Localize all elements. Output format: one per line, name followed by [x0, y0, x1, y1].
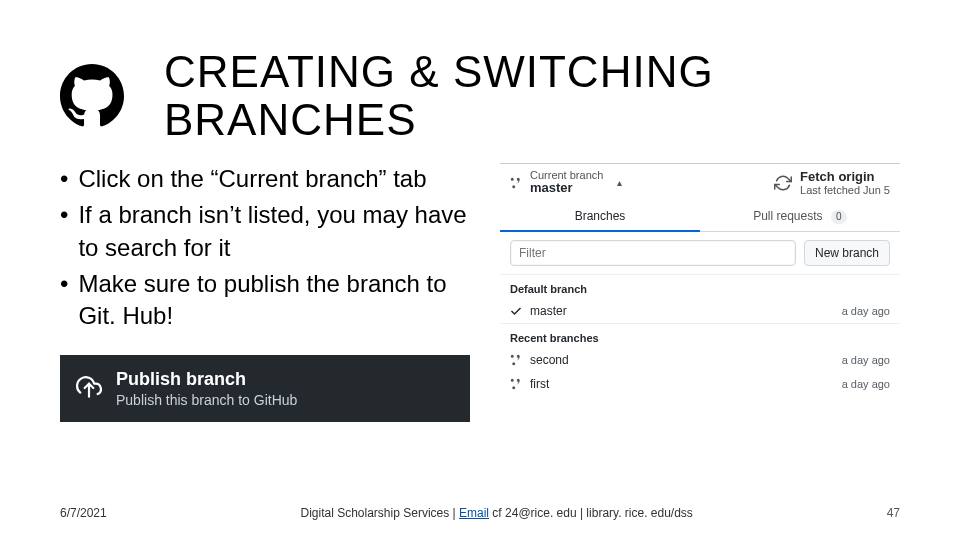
bullet-text: If a branch isn’t listed, you may have t… [78, 199, 470, 264]
publish-panel[interactable]: Publish branch Publish this branch to Gi… [60, 355, 470, 422]
cloud-upload-icon [76, 375, 102, 401]
bullet-dot: • [60, 268, 68, 333]
publish-text: Publish branch Publish this branch to Gi… [116, 369, 297, 408]
slide-footer: 6/7/2021 Digital Scholarship Services | … [60, 506, 900, 520]
branch-icon [510, 354, 522, 366]
branch-icon [510, 378, 522, 390]
refresh-icon [774, 174, 792, 192]
branch-row-recent[interactable]: first a day ago [500, 372, 900, 396]
pr-count-badge: 0 [831, 210, 847, 224]
bullet-dot: • [60, 163, 68, 195]
fetch-title: Fetch origin [800, 170, 890, 185]
branch-row-default[interactable]: master a day ago [500, 299, 900, 324]
footer-date: 6/7/2021 [60, 506, 107, 520]
footer-email-link[interactable]: Email [459, 506, 489, 520]
bullet-dot: • [60, 199, 68, 264]
fetch-origin-button[interactable]: Fetch origin Last fetched Jun 5 [774, 170, 890, 196]
current-branch-name: master [530, 181, 603, 196]
slide: CREATING & SWITCHING BRANCHES • Click on… [0, 0, 960, 540]
tab-branches[interactable]: Branches [500, 202, 700, 231]
publish-title: Publish branch [116, 369, 297, 390]
new-branch-button[interactable]: New branch [804, 240, 890, 266]
filter-input[interactable] [510, 240, 796, 266]
current-branch-button[interactable]: Current branch master ▴ [510, 170, 622, 196]
bullet-item: • Click on the “Current branch” tab [60, 163, 470, 195]
recent-branches-label: Recent branches [500, 324, 900, 348]
tab-pull-requests-label: Pull requests [753, 209, 822, 223]
branch-panel: Current branch master ▴ Fetch origin Las… [500, 163, 900, 422]
branch-name: second [530, 353, 569, 367]
branch-time: a day ago [842, 354, 890, 366]
default-branch-label: Default branch [500, 275, 900, 299]
bullet-text: Make sure to publish the branch to Git. … [78, 268, 470, 333]
footer-text-pre: Digital Scholarship Services | [301, 506, 460, 520]
filter-row: New branch [500, 232, 900, 275]
footer-page-number: 47 [887, 506, 900, 520]
left-column: • Click on the “Current branch” tab • If… [60, 163, 470, 422]
tab-branches-label: Branches [575, 209, 626, 223]
slide-title: CREATING & SWITCHING BRANCHES [164, 48, 900, 145]
caret-up-icon: ▴ [617, 177, 622, 188]
bullet-text: Click on the “Current branch” tab [78, 163, 426, 195]
branch-icon [510, 177, 522, 189]
slide-body: • Click on the “Current branch” tab • If… [60, 163, 900, 422]
bullet-item: • Make sure to publish the branch to Git… [60, 268, 470, 333]
github-icon [60, 64, 124, 128]
fetch-subtitle: Last fetched Jun 5 [800, 185, 890, 196]
check-icon [510, 305, 522, 317]
panel-tabs: Branches Pull requests 0 [500, 202, 900, 232]
branch-time: a day ago [842, 378, 890, 390]
branch-row-recent[interactable]: second a day ago [500, 348, 900, 372]
slide-header: CREATING & SWITCHING BRANCHES [60, 48, 900, 145]
footer-middle: Digital Scholarship Services | Email cf … [301, 506, 693, 520]
bullet-list: • Click on the “Current branch” tab • If… [60, 163, 470, 333]
branch-name: first [530, 377, 549, 391]
publish-subtitle: Publish this branch to GitHub [116, 392, 297, 408]
bullet-item: • If a branch isn’t listed, you may have… [60, 199, 470, 264]
panel-top: Current branch master ▴ Fetch origin Las… [500, 164, 900, 202]
footer-text-post: cf 24@rice. edu | library. rice. edu/dss [489, 506, 693, 520]
tab-pull-requests[interactable]: Pull requests 0 [700, 202, 900, 231]
branch-time: a day ago [842, 305, 890, 317]
branch-name: master [530, 304, 567, 318]
